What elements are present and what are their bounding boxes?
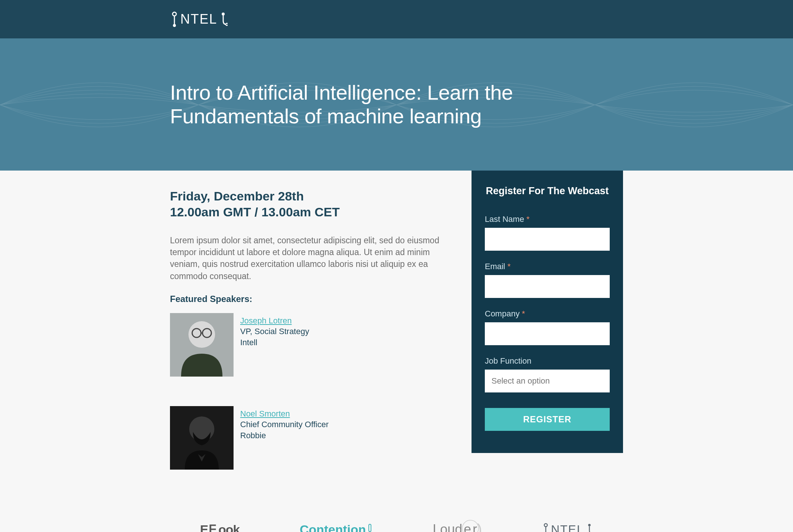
- logo-glyph-icon: [542, 522, 549, 532]
- form-title: Register For The Webcast: [485, 185, 610, 197]
- svg-point-2: [173, 24, 176, 27]
- speaker-name-link[interactable]: Noel Smorten: [240, 409, 290, 418]
- last-name-input[interactable]: [485, 228, 610, 251]
- featured-speakers-heading: Featured Speakers:: [170, 294, 446, 304]
- job-function-select[interactable]: [485, 370, 610, 392]
- svg-point-16: [544, 524, 547, 526]
- logo-glyph-icon: [170, 11, 179, 27]
- topbar: NTEL: [0, 0, 793, 38]
- speaker-card: Noel Smorten Chief Community Officer Rob…: [170, 406, 446, 470]
- required-asterisk: *: [522, 309, 525, 318]
- label-job-function: Job Function: [485, 356, 610, 366]
- registration-form: Register For The Webcast Last Name * Ema…: [472, 171, 623, 453]
- svg-point-19: [588, 524, 591, 526]
- svg-rect-13: [369, 524, 371, 532]
- svg-point-12: [189, 416, 214, 442]
- field-email: Email *: [485, 262, 610, 298]
- partner-logos: E∃EBookook Contention Louder) Louder NTE…: [170, 499, 623, 532]
- label-company: Company *: [485, 309, 610, 319]
- register-button[interactable]: REGISTER: [485, 408, 610, 431]
- brand-ebook: E∃EBookook: [200, 522, 239, 532]
- speaker-title: VP, Social Strategy: [240, 326, 309, 337]
- logo-glyph-icon: [586, 522, 593, 532]
- logo-glyph-icon: [219, 11, 228, 27]
- speaker-title: Chief Community Officer: [240, 419, 329, 430]
- svg-point-3: [222, 13, 225, 16]
- hero: Intro to Artificial Intelligence: Learn …: [0, 38, 793, 171]
- avatar: [170, 313, 234, 377]
- label-last-name: Last Name *: [485, 214, 610, 224]
- svg-point-5: [226, 23, 228, 25]
- brand-contention: Contention: [300, 522, 372, 532]
- event-description: Lorem ipsum dolor sit amet, consectetur …: [170, 234, 446, 282]
- field-last-name: Last Name *: [485, 214, 610, 251]
- event-date: Friday, December 28th: [170, 188, 446, 204]
- brand-louder: Louder) Louder: [433, 521, 482, 532]
- louder-circle-icon: [462, 519, 479, 532]
- brand-logo[interactable]: NTEL: [170, 11, 623, 27]
- page-title: Intro to Artificial Intelligence: Learn …: [170, 81, 606, 128]
- contention-icon: [367, 524, 372, 532]
- speaker-card: Joseph Lotren VP, Social Strategy Intell: [170, 313, 446, 377]
- required-asterisk: *: [507, 262, 511, 271]
- svg-point-15: [462, 520, 479, 532]
- brand-name: NTEL: [180, 11, 217, 27]
- speaker-org: Intell: [240, 337, 309, 348]
- label-email: Email *: [485, 262, 610, 271]
- field-company: Company *: [485, 309, 610, 345]
- brand-intell: NTEL: [542, 522, 593, 532]
- avatar: [170, 406, 234, 470]
- event-time: 12.00am GMT / 13.00am CET: [170, 204, 446, 220]
- speaker-name-link[interactable]: Joseph Lotren: [240, 316, 292, 325]
- svg-point-0: [173, 12, 176, 16]
- company-input[interactable]: [485, 322, 610, 345]
- field-job-function: Job Function: [485, 356, 610, 392]
- email-input[interactable]: [485, 275, 610, 298]
- required-asterisk: *: [527, 214, 530, 224]
- event-datetime: Friday, December 28th 12.00am GMT / 13.0…: [170, 188, 446, 220]
- speaker-org: Robbie: [240, 430, 329, 441]
- event-details: Friday, December 28th 12.00am GMT / 13.0…: [170, 171, 468, 499]
- main-content: Friday, December 28th 12.00am GMT / 13.0…: [170, 171, 623, 499]
